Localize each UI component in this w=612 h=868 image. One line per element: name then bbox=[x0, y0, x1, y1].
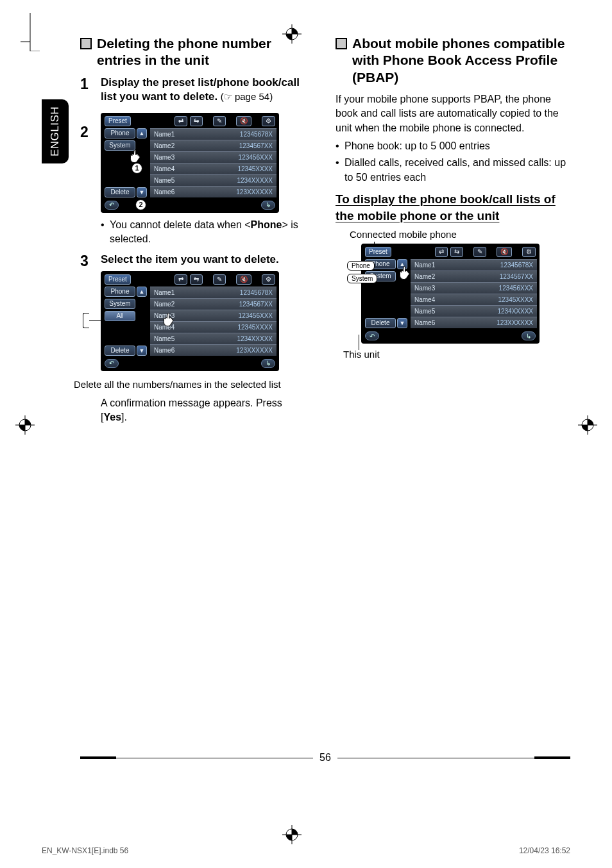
dev2-row-3: Name3123456XXX bbox=[150, 310, 276, 321]
dev3-row-3: Name3123456XXX bbox=[411, 282, 537, 294]
dev2-icon-setting: ⚙ bbox=[262, 274, 275, 285]
dev2-tab-phone: Phone bbox=[105, 287, 135, 297]
step-1-number: 1 bbox=[80, 76, 93, 93]
dev1-arrow-up: ▲ bbox=[137, 128, 147, 138]
dev2-row-5: Name51234XXXXX bbox=[150, 333, 276, 344]
dev2-tab-delete: Delete bbox=[105, 346, 135, 356]
dev1-row-4: Name412345XXXX bbox=[150, 163, 276, 174]
this-unit-caption: This unit bbox=[343, 349, 566, 360]
language-tab: ENGLISH bbox=[42, 99, 69, 163]
callout-system: System bbox=[347, 274, 377, 283]
dev1-tab-phone: Phone bbox=[105, 128, 135, 138]
dev2-arrow-down: ▼ bbox=[137, 346, 147, 356]
dev1-tab-delete: Delete bbox=[105, 187, 135, 197]
dev2-icon-mute: 🔇 bbox=[236, 274, 251, 285]
dev2-back-icon: ↶ bbox=[105, 359, 119, 368]
dev3-icon-in: ⇆ bbox=[450, 247, 463, 257]
dev3-arrow-down: ▼ bbox=[397, 318, 407, 328]
dev2-hangup-icon: ↳ bbox=[261, 359, 275, 368]
dev1-row-2: Name21234567XX bbox=[150, 140, 276, 151]
registration-mark-right bbox=[578, 415, 597, 435]
dev2-row-4: Name412345XXXX bbox=[150, 321, 276, 333]
step-2-number: 2 bbox=[80, 124, 93, 141]
dev1-back-icon: ↶ bbox=[105, 201, 119, 210]
circled-1: 1 bbox=[132, 163, 142, 174]
dev3-row-4: Name412345XXXX bbox=[411, 294, 537, 305]
dev1-row-3: Name3123456XXX bbox=[150, 151, 276, 163]
callout-bracket bbox=[83, 313, 89, 328]
crop-mark-tl bbox=[21, 13, 40, 51]
confirmation-text: A confirmation message appears. Press [Y… bbox=[101, 396, 311, 425]
dev3-row-1: Name112345678X bbox=[411, 259, 537, 271]
step2-note: You cannot delete data when <Phone> is s… bbox=[101, 218, 311, 247]
pbap-paragraph: If your mobile phone supports PBAP, the … bbox=[336, 92, 566, 135]
square-bullet-icon bbox=[80, 38, 92, 49]
dev3-icon-mute: 🔇 bbox=[497, 247, 512, 257]
dev3-tab-preset: Preset bbox=[365, 247, 391, 257]
callout-phone: Phone bbox=[347, 261, 375, 271]
dev2-arrow-up: ▲ bbox=[137, 287, 147, 297]
pbap-bullet-1: Phone book: up to 5 000 entries bbox=[336, 139, 566, 153]
dev1-row-6: Name6123XXXXXX bbox=[150, 186, 276, 197]
device-screenshot-1: Preset ⇄ ⇆ ✎ 🔇 ⚙ bbox=[101, 113, 279, 213]
right-section-title: About mobile phones compatible with Phon… bbox=[352, 35, 566, 86]
dev3-hangup-icon: ↳ bbox=[522, 331, 536, 340]
dev1-tab-preset: Preset bbox=[105, 116, 131, 126]
dev1-icon-setting: ⚙ bbox=[262, 116, 275, 126]
dev2-tab-preset: Preset bbox=[105, 274, 131, 285]
dev3-row-5: Name51234XXXXX bbox=[411, 305, 537, 317]
registration-mark-left bbox=[15, 415, 35, 435]
page-number: 56 bbox=[313, 752, 337, 764]
step-1-light: (☞ page 54) bbox=[221, 91, 273, 102]
dev2-tab-system: System bbox=[105, 299, 135, 309]
square-bullet-icon bbox=[336, 38, 347, 49]
leader-bottom bbox=[359, 335, 359, 350]
dev2-tab-all: All bbox=[105, 311, 135, 321]
page-footer-rule: 56 bbox=[80, 756, 570, 759]
device-screenshot-3: Preset ⇄ ⇆ ✎ 🔇 ⚙ Phone S bbox=[361, 244, 540, 344]
dev3-icon-edit: ✎ bbox=[473, 247, 486, 257]
dev1-arrow-down: ▼ bbox=[137, 187, 147, 197]
print-footer: EN_KW-NSX1[E].indb 56 12/04/23 16:52 bbox=[42, 846, 570, 855]
dev3-icon-setting: ⚙ bbox=[522, 247, 536, 257]
dev2-icon-edit: ✎ bbox=[213, 274, 226, 285]
dev2-row-1: Name112345678X bbox=[150, 287, 276, 298]
dev1-icon-edit: ✎ bbox=[213, 116, 226, 126]
dev3-row-2: Name21234567XX bbox=[411, 271, 537, 282]
dev2-icon-in: ⇆ bbox=[190, 274, 203, 285]
dev3-row-6: Name6123XXXXXX bbox=[411, 317, 537, 328]
dev3-back-icon: ↶ bbox=[365, 331, 379, 340]
device-screenshot-2: Preset ⇄ ⇆ ✎ 🔇 ⚙ bbox=[101, 271, 279, 371]
dev1-icon-in: ⇆ bbox=[190, 116, 203, 126]
dev3-icon-out: ⇄ bbox=[435, 247, 448, 257]
step-3-text: Select the item you want to delete. bbox=[101, 253, 311, 267]
step-1-text: Display the preset list/phone book/call … bbox=[101, 76, 311, 104]
step-3-number: 3 bbox=[80, 253, 93, 270]
connected-phone-caption: Connected mobile phone bbox=[350, 229, 566, 240]
dev1-row-5: Name51234XXXXX bbox=[150, 174, 276, 186]
dev1-tab-system: System bbox=[105, 140, 135, 151]
left-section-heading: Deleting the phone number entries in the… bbox=[80, 35, 311, 69]
dev2-row-6: Name6123XXXXXX bbox=[150, 344, 276, 356]
dev1-icon-mute: 🔇 bbox=[236, 116, 251, 126]
right-section-heading: About mobile phones compatible with Phon… bbox=[336, 35, 566, 86]
pbap-bullet-2: Dialled calls, received calls, and misse… bbox=[336, 156, 566, 185]
registration-mark-bottom bbox=[282, 825, 302, 844]
dev2-icon-out: ⇄ bbox=[174, 274, 187, 285]
circled-2: 2 bbox=[135, 199, 146, 210]
dev1-icon-out: ⇄ bbox=[174, 116, 187, 126]
dev1-hangup-icon: ↳ bbox=[261, 201, 275, 210]
dev3-arrow-up: ▲ bbox=[397, 259, 407, 269]
dev2-row-2: Name21234567XX bbox=[150, 298, 276, 310]
callout-leader bbox=[89, 320, 103, 321]
footer-filename: EN_KW-NSX1[E].indb 56 bbox=[42, 846, 128, 855]
delete-all-caption: Delete all the numbers/names in the sele… bbox=[74, 379, 311, 390]
dev3-tab-delete: Delete bbox=[365, 318, 396, 328]
footer-timestamp: 12/04/23 16:52 bbox=[519, 846, 570, 855]
dev1-row-1: Name112345678X bbox=[150, 128, 276, 140]
left-section-title: Deleting the phone number entries in the… bbox=[97, 35, 311, 69]
display-lists-heading: To display the phone book/call lists of … bbox=[336, 191, 566, 224]
